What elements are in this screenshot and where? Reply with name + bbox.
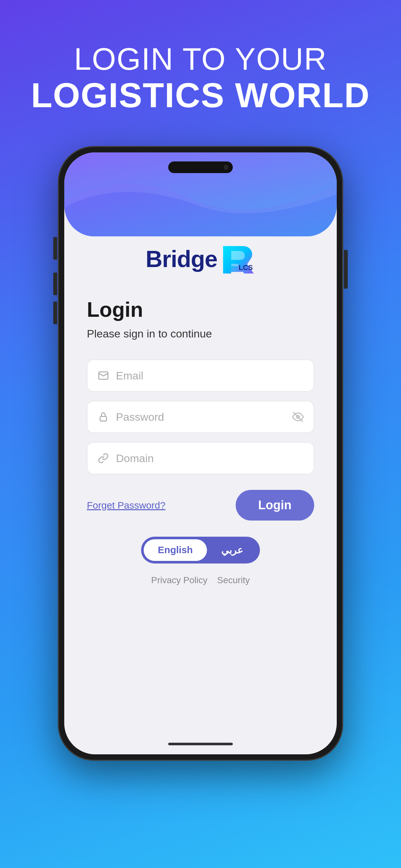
header-line2: LOGISTICS WORLD (31, 76, 370, 115)
password-placeholder: Password (116, 411, 286, 423)
login-title: Login (87, 298, 314, 321)
language-toggle[interactable]: English عربي (141, 537, 260, 563)
email-input[interactable]: Email (87, 360, 314, 392)
phone-notch (168, 161, 233, 173)
link-icon (97, 452, 110, 464)
footer-links: Privacy Policy Security (151, 575, 250, 585)
password-field-group[interactable]: Password (87, 401, 314, 433)
english-language-option[interactable]: English (144, 539, 207, 561)
actions-row: Forget Password? Login (87, 490, 314, 521)
phone-frame: Bridge (58, 147, 343, 760)
arabic-language-option[interactable]: عربي (207, 539, 257, 561)
header-section: LOGIN TO YOUR LOGISTICS WORLD (31, 42, 370, 114)
logo-icon: LCS (220, 243, 255, 275)
email-icon (97, 369, 110, 382)
logo-lcs: LCS (239, 264, 253, 272)
screen-content: Bridge (64, 152, 337, 754)
svg-rect-4 (100, 416, 106, 421)
email-field-group[interactable]: Email (87, 360, 314, 392)
login-button[interactable]: Login (236, 490, 314, 521)
eye-icon[interactable] (292, 411, 304, 423)
login-subtitle: Please sign in to continue (87, 328, 314, 340)
password-input[interactable]: Password (87, 401, 314, 433)
phone-screen: Bridge (64, 152, 337, 754)
forget-password-link[interactable]: Forget Password? (87, 500, 165, 511)
camera-dot (224, 165, 228, 169)
email-placeholder: Email (116, 369, 304, 382)
lock-icon (97, 411, 110, 423)
logo-text: Bridge (146, 246, 217, 272)
logo-area: Bridge (146, 243, 255, 275)
privacy-policy-link[interactable]: Privacy Policy (151, 575, 207, 585)
security-link[interactable]: Security (217, 575, 250, 585)
domain-placeholder: Domain (116, 452, 304, 465)
domain-input[interactable]: Domain (87, 442, 314, 474)
header-line1: LOGIN TO YOUR (31, 42, 370, 76)
domain-field-group[interactable]: Domain (87, 442, 314, 474)
